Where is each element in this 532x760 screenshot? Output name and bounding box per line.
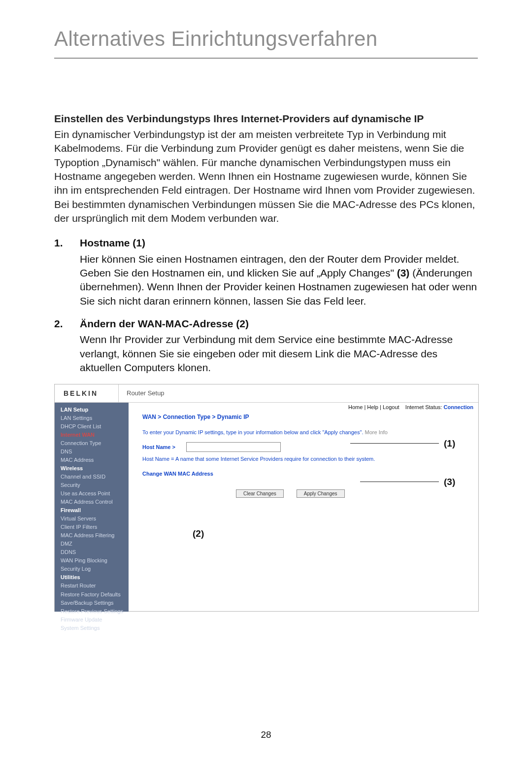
- sidebar-item[interactable]: Firmware Update: [61, 616, 129, 624]
- sidebar-item[interactable]: DDNS: [61, 548, 129, 556]
- callout-3: (3): [444, 477, 455, 487]
- section-heading: Einstellen des Verbindungstyps Ihres Int…: [54, 113, 478, 125]
- sidebar-item[interactable]: MAC Address: [61, 456, 129, 464]
- more-info-link[interactable]: More Info: [365, 429, 388, 435]
- router-header: Router Setup: [119, 389, 165, 397]
- apply-changes-button[interactable]: Apply Changes: [297, 489, 345, 498]
- page-number: 28: [0, 729, 532, 740]
- list-item-1-body: Hier können Sie einen Hostnamen eintrage…: [80, 252, 478, 308]
- intro-paragraph: Ein dynamischer Verbindungstyp ist der a…: [54, 128, 478, 225]
- callout-2: (2): [193, 528, 204, 539]
- sidebar-header: LAN Setup: [61, 406, 129, 414]
- sidebar-item[interactable]: Virtual Servers: [61, 515, 129, 523]
- sidebar-header: Internet WAN: [61, 431, 129, 439]
- callout-1: (1): [444, 438, 455, 449]
- breadcrumb: WAN > Connection Type > Dynamic IP: [142, 414, 465, 420]
- sidebar-item[interactable]: MAC Address Control: [61, 498, 129, 506]
- sidebar-item[interactable]: Security Log: [61, 565, 129, 573]
- instruction-text: To enter your Dynamic IP settings, type …: [142, 429, 465, 435]
- sidebar-item[interactable]: Restore Previous Settings: [61, 607, 129, 616]
- sidebar-item[interactable]: Restart Router: [61, 582, 129, 590]
- sidebar-item[interactable]: DHCP Client List: [61, 422, 129, 431]
- change-mac-link[interactable]: Change WAN MAC Address: [142, 471, 465, 477]
- sidebar-item[interactable]: Save/Backup Settings: [61, 599, 129, 607]
- sidebar-item[interactable]: WAN Ping Blocking: [61, 556, 129, 565]
- clear-changes-button[interactable]: Clear Changes: [236, 489, 284, 498]
- list-item-1: Hostname (1) Hier können Sie einen Hostn…: [54, 236, 478, 308]
- sidebar-item[interactable]: System Settings: [61, 624, 129, 632]
- router-screenshot: BELKIN Router Setup Home | Help | Logout…: [54, 384, 479, 612]
- sidebar-item[interactable]: DMZ: [61, 540, 129, 548]
- sidebar-header: Firewall: [61, 506, 129, 515]
- sidebar-item[interactable]: Client IP Filters: [61, 523, 129, 531]
- host-name-label: Host Name >: [142, 444, 175, 450]
- list-item-1-title: Hostname (1): [80, 236, 478, 250]
- sidebar-item[interactable]: DNS: [61, 448, 129, 456]
- sidebar-item[interactable]: LAN Settings: [61, 414, 129, 422]
- sidebar: LAN SetupLAN SettingsDHCP Client ListInt…: [55, 403, 129, 612]
- host-name-input[interactable]: [186, 442, 281, 452]
- sidebar-item[interactable]: Connection Type: [61, 439, 129, 448]
- sidebar-header: Utilities: [61, 573, 129, 582]
- list-item-2-title: Ändern der WAN-MAC-Adresse (2): [80, 317, 478, 331]
- sidebar-item[interactable]: Channel and SSID: [61, 473, 129, 481]
- sidebar-item[interactable]: Use as Access Point: [61, 489, 129, 498]
- sidebar-item[interactable]: Security: [61, 481, 129, 489]
- page-title: Alternatives Einrichtungsverfahren: [54, 27, 478, 59]
- host-name-note: Host Name = A name that some Internet Se…: [142, 456, 465, 462]
- sidebar-item[interactable]: MAC Address Filtering: [61, 531, 129, 540]
- list-item-2: Ändern der WAN-MAC-Adresse (2) Wenn Ihr …: [54, 317, 478, 375]
- sidebar-header: Wireless: [61, 464, 129, 473]
- list-item-2-body: Wenn Ihr Provider zur Verbindung mit dem…: [80, 333, 478, 375]
- logo: BELKIN: [55, 384, 119, 402]
- sidebar-item[interactable]: Restore Factory Defaults: [61, 590, 129, 599]
